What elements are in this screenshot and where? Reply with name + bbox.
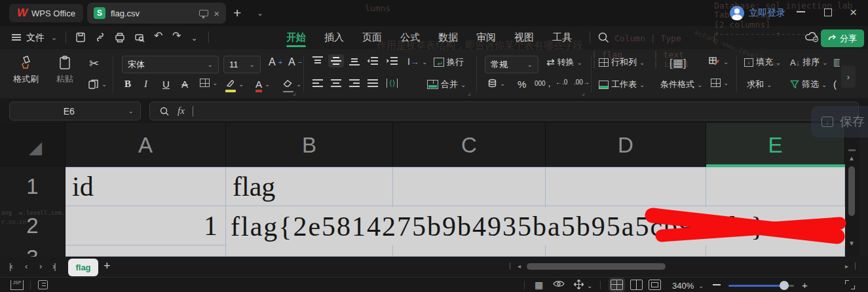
print-icon[interactable] bbox=[114, 31, 126, 46]
cell-A2[interactable]: 1 bbox=[66, 206, 226, 246]
table-style-button[interactable]: ⌄ bbox=[709, 56, 728, 67]
row-header-1[interactable]: 1 bbox=[0, 167, 66, 206]
number-format-select[interactable]: 常规 ⌄ bbox=[485, 56, 538, 73]
text-direction-button[interactable]: I→ ⌄ bbox=[407, 56, 427, 67]
login-link[interactable]: 立即登录 bbox=[749, 7, 785, 19]
cloud-sync-icon[interactable] bbox=[804, 31, 820, 45]
export-pdf-icon[interactable] bbox=[94, 31, 106, 46]
select-all-corner[interactable]: ◢ bbox=[0, 123, 66, 167]
align-right-button[interactable] bbox=[349, 79, 360, 88]
align-dialog-launcher-icon[interactable]: ⌟ bbox=[468, 89, 471, 96]
cut-button[interactable]: ✂ bbox=[89, 56, 99, 71]
rows-columns-button[interactable]: 行和列 ⌄ bbox=[599, 56, 645, 68]
column-header-A[interactable]: A bbox=[66, 123, 226, 167]
merge-cells-button[interactable]: 合并 ⌄ bbox=[427, 79, 466, 90]
cell-A1[interactable]: id bbox=[66, 167, 226, 206]
normal-view-button[interactable] bbox=[611, 280, 623, 290]
save-icon[interactable] bbox=[75, 31, 86, 46]
zoom-level[interactable]: 340% bbox=[672, 281, 694, 291]
align-top-button[interactable] bbox=[312, 56, 324, 65]
formula-input[interactable]: fx bbox=[149, 101, 859, 120]
tab-page[interactable]: 页面 bbox=[362, 27, 382, 48]
scroll-right-icon[interactable]: ▸ bbox=[845, 263, 848, 270]
clipped-ribbon-button[interactable]: ( bbox=[833, 79, 837, 90]
highlight-color-button[interactable]: ⌄ bbox=[225, 79, 244, 90]
move-tool-chevron-icon[interactable]: ⌄ bbox=[587, 282, 592, 289]
first-sheet-button[interactable]: |‹ bbox=[9, 261, 12, 271]
comma-style-button[interactable]: 000, bbox=[535, 79, 550, 88]
shrink-to-fit-button[interactable]: ⟨⟩ bbox=[387, 79, 398, 88]
fill-button[interactable]: ↓ 填充 ⌄ bbox=[744, 56, 781, 68]
next-sheet-button[interactable]: › bbox=[39, 261, 41, 271]
tab-insert[interactable]: 插入 bbox=[324, 27, 344, 48]
zoom-out-button[interactable] bbox=[713, 284, 721, 285]
table-tools-icon[interactable]: ▦ bbox=[535, 280, 543, 290]
macro-status-icon[interactable]: JSP bbox=[10, 280, 24, 290]
align-center-button[interactable] bbox=[330, 79, 342, 88]
maximize-button[interactable] bbox=[824, 9, 832, 16]
scroll-left-icon[interactable]: ◂ bbox=[518, 263, 521, 270]
shrink-font-button[interactable]: A− bbox=[288, 56, 302, 68]
app-menu-button[interactable]: W WPS Office bbox=[9, 4, 83, 22]
clear-format-button[interactable]: ⌄ bbox=[283, 79, 301, 90]
font-color-button[interactable]: A ⌄ bbox=[255, 79, 270, 90]
cell-E1[interactable] bbox=[706, 167, 845, 206]
zoom-slider-handle[interactable] bbox=[780, 281, 789, 290]
undo-icon[interactable]: ↶ bbox=[154, 29, 162, 42]
horizontal-scroll-thumb[interactable] bbox=[527, 263, 666, 270]
redo-icon[interactable]: ↷ bbox=[172, 29, 181, 42]
cell-B1[interactable]: flag bbox=[226, 167, 393, 206]
cell-C1[interactable] bbox=[393, 167, 546, 206]
sort-button[interactable]: A↓ 排序 ⌄ bbox=[790, 56, 828, 68]
cell-A3[interactable] bbox=[66, 246, 226, 257]
decrease-indent-button[interactable] bbox=[367, 56, 379, 65]
italic-button[interactable]: I bbox=[144, 79, 147, 90]
zoom-slider-track[interactable] bbox=[728, 285, 785, 287]
file-menu[interactable]: 文件 bbox=[26, 32, 45, 44]
clipped-ribbon-button[interactable]: ▥ bbox=[833, 56, 840, 68]
wrap-text-button[interactable]: ↵ 换行 bbox=[434, 56, 464, 68]
justify-button[interactable] bbox=[367, 79, 379, 88]
number-dialog-launcher-icon[interactable]: ⌟ bbox=[582, 89, 585, 96]
merge-table-button[interactable]: [▦] bbox=[670, 56, 687, 70]
last-sheet-button[interactable]: ›| bbox=[52, 261, 55, 271]
column-header-B[interactable]: B bbox=[226, 123, 393, 167]
copy-button[interactable]: ⌄ bbox=[88, 79, 107, 90]
name-box[interactable]: E6 ⌄ bbox=[9, 101, 141, 120]
decrease-decimal-button[interactable]: .00→ bbox=[574, 79, 590, 86]
worksheet-button[interactable]: 工作表 ⌄ bbox=[599, 79, 645, 90]
tab-home[interactable]: 开始 bbox=[286, 27, 306, 48]
search-icon[interactable] bbox=[597, 31, 610, 46]
cell-D3[interactable] bbox=[546, 246, 706, 257]
increase-decimal-button[interactable]: ←.0 bbox=[556, 79, 567, 86]
minimize-button[interactable] bbox=[797, 11, 805, 12]
increase-indent-button[interactable] bbox=[387, 56, 398, 65]
sheet-tab-flag[interactable]: flag bbox=[68, 259, 98, 276]
split-handle[interactable] bbox=[848, 149, 856, 151]
column-header-C[interactable]: C bbox=[393, 123, 546, 167]
column-header-D[interactable]: D bbox=[546, 123, 706, 167]
user-avatar[interactable] bbox=[730, 6, 744, 20]
eye-icon[interactable] bbox=[553, 280, 565, 290]
page-break-view-button[interactable] bbox=[630, 280, 643, 290]
cell-B3[interactable] bbox=[226, 246, 393, 257]
conditional-format-button[interactable]: 条件格式 ⌄ bbox=[660, 79, 702, 90]
convert-button[interactable]: ⇄ 转换 ⌄ bbox=[546, 56, 582, 68]
ribbon-expand-button[interactable]: › bbox=[841, 65, 856, 88]
tab-list-chevron-icon[interactable]: ⌄ bbox=[257, 9, 263, 18]
tab-review[interactable]: 审阅 bbox=[476, 27, 496, 48]
row-header-2[interactable]: 2 bbox=[0, 206, 66, 246]
new-tab-button[interactable]: + bbox=[233, 5, 241, 21]
bold-button[interactable]: B bbox=[124, 79, 131, 90]
grow-font-button[interactable]: A+ bbox=[269, 56, 282, 68]
font-dialog-launcher-icon[interactable]: ⌟ bbox=[293, 89, 296, 96]
font-size-select[interactable]: 11 ⌄ bbox=[223, 56, 261, 73]
cell-C3[interactable] bbox=[393, 246, 546, 257]
hamburger-icon[interactable] bbox=[12, 34, 21, 41]
tab-tools[interactable]: 工具 bbox=[552, 27, 572, 48]
move-tool-icon[interactable] bbox=[574, 280, 584, 291]
filter-button[interactable]: 筛选 ⌄ bbox=[790, 79, 827, 90]
zoom-in-button[interactable]: + bbox=[802, 280, 808, 291]
page-layout-view-button[interactable] bbox=[649, 280, 661, 290]
tab-close-icon[interactable]: × bbox=[214, 8, 219, 19]
